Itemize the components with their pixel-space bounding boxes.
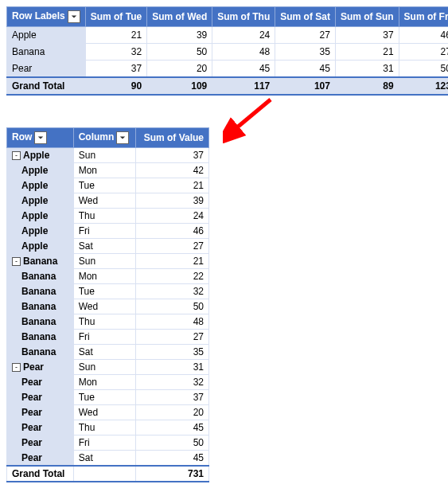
row-label-cell: -Banana [7, 254, 74, 269]
value-cell: 50 [399, 61, 448, 78]
row-label-cell: Banana [7, 345, 74, 360]
pivot-table-tall: RowColumnSum of Value -AppleSun37AppleMo… [6, 127, 209, 482]
row-label-cell: Banana [7, 314, 74, 330]
column-cell: Fri [73, 330, 136, 345]
filter-dropdown-button[interactable] [68, 10, 80, 23]
value-cell: 21 [136, 254, 209, 269]
table-row: AppleThu24 [7, 209, 209, 224]
column-cell: Thu [73, 209, 136, 224]
value-cell: 45 [275, 61, 336, 78]
row-label-cell: Pear [7, 451, 74, 467]
column-cell: Mon [73, 269, 136, 284]
table-row: PearMon32 [7, 375, 209, 390]
row-label-cell: Apple [7, 209, 74, 224]
table-row: -AppleSun37 [7, 148, 209, 163]
row-label-cell: Pear [7, 375, 74, 390]
pivot-table-wide: Row LabelsSum of TueSum of WedSum of Thu… [6, 6, 448, 96]
table-row: Banana32504835212722 [7, 44, 449, 61]
value-cell: 31 [136, 360, 209, 375]
column-cell: Wed [73, 193, 136, 209]
row-label-cell: -Pear [7, 360, 74, 375]
table-row: BananaWed50 [7, 299, 209, 314]
value-column-header: Sum of Tue [85, 7, 146, 27]
row-label: Pear [7, 61, 86, 78]
value-cell: 46 [136, 224, 209, 239]
value-cell: 48 [212, 44, 275, 61]
value-cell: 37 [85, 61, 146, 78]
value-cell: 20 [147, 61, 212, 78]
row-label-cell: Pear [7, 390, 74, 405]
row-label-cell: Pear [7, 405, 74, 420]
column-cell: Sun [73, 148, 136, 163]
table-row: BananaFri27 [7, 330, 209, 345]
value-cell: 45 [136, 420, 209, 435]
value-column-header: Sum of Sat [275, 7, 336, 27]
value-cell: 32 [85, 44, 146, 61]
value-header: Sum of Value [136, 128, 209, 148]
value-cell: 21 [85, 27, 146, 44]
value-cell: 45 [212, 61, 275, 78]
table-row: AppleTue21 [7, 178, 209, 193]
column-cell: Sat [73, 239, 136, 254]
row-label: Apple [7, 27, 86, 44]
svg-line-0 [232, 100, 271, 131]
value-cell: 45 [136, 451, 209, 467]
table-row: AppleFri46 [7, 224, 209, 239]
value-cell: 50 [136, 435, 209, 451]
filter-dropdown-button[interactable] [34, 131, 47, 144]
collapse-button[interactable]: - [12, 363, 21, 372]
table-row: BananaMon22 [7, 269, 209, 284]
row-label-cell: Apple [7, 193, 74, 209]
table-row: BananaSat35 [7, 345, 209, 360]
table-row: PearFri50 [7, 435, 209, 451]
table-row: AppleSat27 [7, 239, 209, 254]
value-cell: 27 [136, 330, 209, 345]
column-cell: Tue [73, 284, 136, 299]
value-cell: 27 [399, 44, 448, 61]
column-cell: Sun [73, 254, 136, 269]
arrow-icon [223, 96, 279, 146]
value-cell: 32 [136, 284, 209, 299]
row-label-cell: Pear [7, 435, 74, 451]
value-column-header: Sum of Wed [147, 7, 212, 27]
value-column-header: Sum of Thu [212, 7, 275, 27]
grand-total-row: Grand Total731 [7, 466, 209, 482]
value-cell: 20 [136, 405, 209, 420]
column-cell: Wed [73, 299, 136, 314]
value-cell: 22 [136, 269, 209, 284]
column-cell: Sun [73, 360, 136, 375]
value-cell: 42 [136, 163, 209, 178]
column-cell: Tue [73, 390, 136, 405]
table-row: BananaThu48 [7, 314, 209, 330]
value-cell: 46 [399, 27, 448, 44]
table-row: BananaTue32 [7, 284, 209, 299]
collapse-button[interactable]: - [12, 151, 21, 160]
value-cell: 21 [136, 178, 209, 193]
table-row: AppleMon42 [7, 163, 209, 178]
value-cell: 27 [275, 27, 336, 44]
column-cell: Mon [73, 163, 136, 178]
column-header: Column [73, 128, 136, 148]
value-cell: 37 [136, 148, 209, 163]
value-column-header: Sum of Sun [335, 7, 399, 27]
row-label-cell: Banana [7, 284, 74, 299]
collapse-button[interactable]: - [12, 257, 21, 266]
value-cell: 39 [136, 193, 209, 209]
column-cell: Wed [73, 405, 136, 420]
value-cell: 37 [136, 390, 209, 405]
value-cell: 37 [335, 27, 399, 44]
value-cell: 21 [335, 44, 399, 61]
table-row: Apple21392427374642 [7, 27, 449, 44]
column-cell: Sat [73, 451, 136, 467]
column-cell: Thu [73, 314, 136, 330]
row-label-cell: Apple [7, 224, 74, 239]
value-cell: 50 [136, 299, 209, 314]
row-label-cell: Apple [7, 239, 74, 254]
value-cell: 35 [136, 345, 209, 360]
table-row: PearTue37 [7, 390, 209, 405]
filter-dropdown-button[interactable] [116, 131, 129, 144]
column-cell: Thu [73, 420, 136, 435]
column-cell: Tue [73, 178, 136, 193]
table-row: -BananaSun21 [7, 254, 209, 269]
value-cell: 24 [212, 27, 275, 44]
